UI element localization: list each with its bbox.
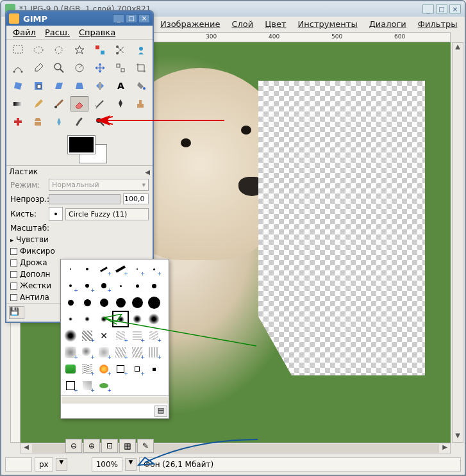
tool-paths[interactable] xyxy=(9,60,27,76)
tool-dodge[interactable] xyxy=(91,114,109,129)
brush-item[interactable]: + xyxy=(146,327,162,344)
brush-item[interactable]: + xyxy=(129,344,146,361)
brush-item[interactable] xyxy=(62,261,79,277)
toolbox-maximize[interactable]: □ xyxy=(126,14,137,23)
brush-item[interactable] xyxy=(146,377,162,394)
zoom-dropdown-button[interactable]: ▼ xyxy=(125,458,137,471)
brush-item[interactable]: + xyxy=(129,327,146,344)
brush-item[interactable]: + xyxy=(129,261,146,277)
menu-dialogs[interactable]: Диалоги xyxy=(364,18,412,30)
brush-popup-menu-button[interactable]: ▤ xyxy=(154,406,167,417)
brush-item[interactable] xyxy=(96,294,112,311)
brush-item[interactable] xyxy=(62,311,79,327)
fg-color-swatch[interactable] xyxy=(68,136,95,154)
toolbox-menu-help[interactable]: Справка xyxy=(75,26,119,38)
brush-item[interactable]: + xyxy=(62,344,79,361)
tool-perspective-clone[interactable] xyxy=(29,114,47,129)
brush-item[interactable]: ✕ xyxy=(96,327,112,344)
brush-item[interactable]: + xyxy=(79,277,96,294)
save-options-button[interactable]: 💾 xyxy=(9,306,24,319)
brush-item[interactable]: + xyxy=(112,344,129,361)
tool-fg-select[interactable] xyxy=(132,42,150,58)
brush-item[interactable]: + xyxy=(112,361,129,377)
check-sensitivity[interactable]: Чувстви xyxy=(16,235,49,244)
tool-clone[interactable] xyxy=(132,96,150,111)
brush-item[interactable] xyxy=(112,294,129,311)
opacity-slider[interactable] xyxy=(49,194,121,204)
tool-text[interactable]: A xyxy=(112,78,129,94)
tool-pencil[interactable] xyxy=(29,96,47,111)
menu-layer[interactable]: Слой xyxy=(226,18,258,30)
tool-rotate[interactable] xyxy=(9,78,27,94)
opacity-input[interactable] xyxy=(123,193,149,204)
menu-filters[interactable]: Фильтры xyxy=(413,18,463,30)
brush-item[interactable] xyxy=(79,294,96,311)
brush-item[interactable]: + xyxy=(96,377,112,394)
brush-item[interactable]: + xyxy=(79,361,96,377)
brush-item[interactable] xyxy=(79,311,96,327)
brush-item[interactable] xyxy=(146,294,162,311)
tool-scale[interactable] xyxy=(29,78,47,94)
menu-tools[interactable]: Инструменты xyxy=(293,18,363,30)
tool-eraser[interactable] xyxy=(71,96,88,111)
close-button[interactable]: × xyxy=(449,4,461,13)
brush-item[interactable] xyxy=(62,361,79,377)
zoom-out-button[interactable]: ⊖ xyxy=(65,439,82,453)
check-jitter[interactable]: Дрожа xyxy=(10,258,47,267)
brush-preview[interactable] xyxy=(49,207,63,221)
brush-item[interactable] xyxy=(146,311,162,327)
brush-item[interactable] xyxy=(129,277,146,294)
tool-perspective[interactable] xyxy=(71,78,88,94)
toolbox-menu-file[interactable]: Файл xyxy=(9,26,40,38)
tool-measure[interactable] xyxy=(71,60,88,76)
unit-selector[interactable]: px xyxy=(35,457,53,472)
vertical-scrollbar[interactable]: ▲ ▼ xyxy=(452,42,463,443)
tool-color-picker[interactable] xyxy=(29,60,47,76)
maximize-button[interactable]: □ xyxy=(436,4,447,13)
brush-item[interactable] xyxy=(146,361,162,377)
tool-smudge[interactable] xyxy=(71,114,88,129)
tool-fuzzy-select[interactable] xyxy=(71,42,88,58)
tool-flip[interactable] xyxy=(91,78,109,94)
check-hard[interactable]: Жестки xyxy=(10,281,51,290)
mode-combo[interactable]: Нормальный▾ xyxy=(49,179,149,191)
zoom-fit-button[interactable]: ⊡ xyxy=(101,439,118,453)
minimize-button[interactable]: _ xyxy=(422,4,434,13)
unit-dropdown-button[interactable]: ▼ xyxy=(56,458,67,471)
tool-blend[interactable] xyxy=(9,96,27,111)
check-antialias[interactable]: Антила xyxy=(10,293,49,302)
menu-color[interactable]: Цвет xyxy=(260,18,291,30)
menu-image[interactable]: Изображение xyxy=(155,18,225,30)
brush-item[interactable]: + xyxy=(79,327,96,344)
brush-item-selected[interactable] xyxy=(112,311,129,327)
quickmask-button[interactable]: ✎ xyxy=(137,439,154,453)
brush-item[interactable] xyxy=(129,294,146,311)
tool-heal[interactable] xyxy=(9,114,27,129)
brush-item[interactable] xyxy=(62,294,79,311)
brush-item[interactable]: + xyxy=(96,361,112,377)
zoom-display[interactable]: 100% xyxy=(92,457,122,472)
scroll-up-icon[interactable]: ▲ xyxy=(453,43,463,53)
brush-item[interactable] xyxy=(96,311,112,327)
check-fixed[interactable]: Фиксиро xyxy=(10,247,55,256)
brush-item[interactable]: + xyxy=(62,377,79,394)
brush-item[interactable]: + xyxy=(79,377,96,394)
brush-item[interactable] xyxy=(146,277,162,294)
tool-bucket-fill[interactable] xyxy=(132,78,150,94)
tool-airbrush[interactable] xyxy=(91,96,109,111)
tool-rect-select[interactable] xyxy=(9,42,27,58)
scroll-down-icon[interactable]: ▼ xyxy=(453,432,463,442)
tool-scissors[interactable] xyxy=(112,42,129,58)
tool-ink[interactable] xyxy=(112,96,129,111)
tool-free-select[interactable] xyxy=(50,42,68,58)
brush-item[interactable]: + xyxy=(96,261,112,277)
tool-crop[interactable] xyxy=(132,60,150,76)
tool-by-color-select[interactable] xyxy=(91,42,109,58)
brush-item[interactable]: + xyxy=(146,261,162,277)
tool-move[interactable] xyxy=(91,60,109,76)
brush-item[interactable]: + xyxy=(79,344,96,361)
brush-item[interactable]: + xyxy=(146,344,162,361)
tool-ellipse-select[interactable] xyxy=(29,42,47,58)
brush-name-combo[interactable]: Circle Fuzzy (11) xyxy=(65,208,149,220)
toolbox-minimize[interactable]: _ xyxy=(113,14,124,23)
